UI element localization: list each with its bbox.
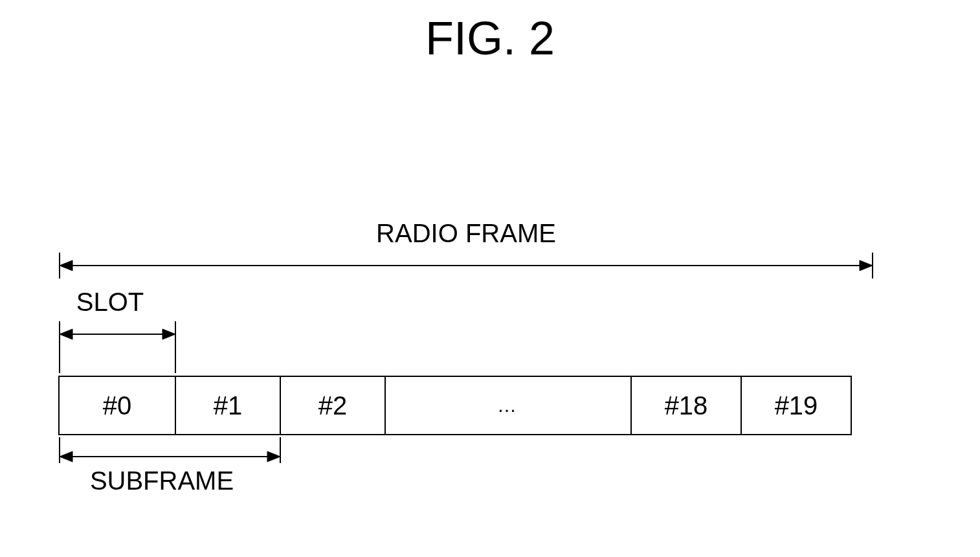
slot-cell-dots: … xyxy=(386,377,632,434)
slot-cell-0: #0 xyxy=(60,377,176,434)
svg-marker-4 xyxy=(860,260,873,271)
slots-row: #0 #1 #2 … #18 #19 xyxy=(58,376,852,435)
subframe-label: SUBFRAME xyxy=(58,466,265,495)
slot-cell-1: #1 xyxy=(176,377,281,434)
radio-frame-label: RADIO FRAME xyxy=(58,219,874,248)
svg-marker-14 xyxy=(267,451,280,462)
svg-marker-8 xyxy=(60,329,72,339)
svg-marker-13 xyxy=(60,451,72,462)
slot-cell-19: #19 xyxy=(742,377,852,434)
slot-cell-2: #2 xyxy=(281,377,386,434)
radio-frame-arrow xyxy=(58,253,874,285)
svg-marker-3 xyxy=(60,260,72,271)
subframe-arrow xyxy=(58,437,285,470)
figure-title: FIG. 2 xyxy=(0,12,980,65)
svg-marker-9 xyxy=(162,329,175,339)
slot-cell-18: #18 xyxy=(632,377,742,434)
slot-label: SLOT xyxy=(58,288,162,317)
slot-arrow xyxy=(58,321,181,373)
